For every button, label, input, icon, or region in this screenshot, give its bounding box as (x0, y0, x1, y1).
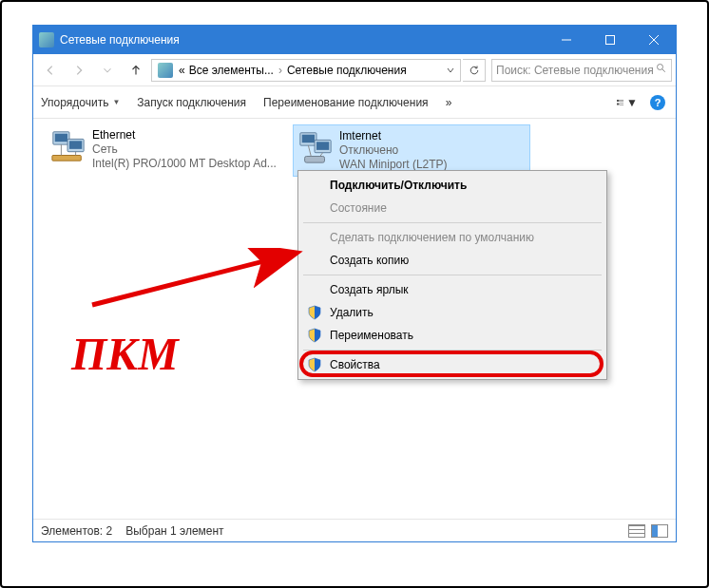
breadcrumb-seg1[interactable]: Все элементы... (187, 64, 276, 77)
annotation-label: ПКМ (71, 328, 179, 380)
recent-dropdown[interactable] (94, 59, 121, 82)
annotation-arrow (83, 248, 311, 314)
up-button[interactable] (123, 59, 149, 82)
status-bar: Элементов: 2 Выбран 1 элемент (33, 519, 676, 541)
connection-internet[interactable]: Imternet Отключено WAN Miniport (L2TP) (293, 124, 530, 177)
context-separator (303, 275, 602, 275)
refresh-button[interactable] (463, 59, 486, 82)
toolbar-organize[interactable]: Упорядочить▼ (41, 96, 120, 109)
connection-status: Отключено (339, 143, 448, 158)
toolbar: Упорядочить▼ Запуск подключения Переимен… (33, 86, 676, 119)
toolbar-rename-connection[interactable]: Переименование подключения (263, 96, 429, 109)
search-icon (656, 63, 667, 77)
search-input[interactable]: Поиск: Сетевые подключения (491, 59, 672, 82)
svg-rect-13 (55, 134, 67, 142)
shield-icon (307, 305, 322, 320)
connection-ethernet[interactable]: Ethernet Сеть Intel(R) PRO/1000 MT Deskt… (47, 124, 284, 175)
context-rename[interactable]: Переименовать (301, 324, 604, 347)
close-button[interactable] (632, 26, 676, 54)
forward-button[interactable] (66, 59, 92, 82)
toolbar-more[interactable]: » (446, 96, 452, 109)
context-shortcut[interactable]: Создать ярлык (301, 278, 604, 301)
context-state: Состояние (301, 197, 604, 219)
shield-icon (307, 328, 322, 343)
context-properties[interactable]: Свойства (301, 353, 604, 376)
nav-bar: « Все элементы... › Сетевые подключения … (33, 54, 676, 86)
connection-status: Сеть (92, 142, 277, 157)
help-icon: ? (650, 95, 665, 110)
app-icon (39, 32, 54, 47)
context-default: Сделать подключением по умолчанию (301, 226, 604, 249)
svg-rect-11 (620, 104, 623, 105)
svg-line-5 (662, 69, 665, 72)
svg-rect-16 (52, 156, 81, 161)
network-adapter-icon (50, 128, 86, 164)
context-delete[interactable]: Удалить (301, 301, 604, 324)
context-separator (303, 350, 602, 351)
connection-name: Imternet (339, 129, 448, 143)
context-connect[interactable]: Подключить/Отключить (301, 174, 604, 197)
svg-rect-7 (620, 99, 623, 100)
status-selected: Выбран 1 элемент (125, 524, 223, 538)
svg-rect-8 (620, 101, 623, 102)
svg-rect-10 (620, 103, 623, 104)
context-copy[interactable]: Создать копию (301, 249, 604, 272)
breadcrumb-prefix: « (177, 64, 187, 77)
breadcrumb-icon (158, 63, 173, 78)
svg-point-4 (658, 65, 663, 70)
connection-name: Ethernet (92, 128, 277, 142)
context-separator (303, 222, 602, 223)
minimize-button[interactable] (545, 26, 588, 54)
window-title: Сетевые подключения (60, 33, 545, 47)
breadcrumb-seg2[interactable]: Сетевые подключения (285, 64, 409, 77)
window-frame: Сетевые подключения « Все элементы... › … (32, 25, 677, 542)
help-button[interactable]: ? (647, 92, 668, 113)
context-menu: Подключить/Отключить Состояние Сделать п… (297, 170, 607, 380)
svg-line-25 (320, 153, 323, 157)
svg-rect-20 (302, 135, 315, 143)
search-placeholder: Поиск: Сетевые подключения (496, 64, 654, 77)
titlebar: Сетевые подключения (33, 26, 676, 54)
shield-icon (307, 357, 322, 372)
status-count: Элементов: 2 (41, 524, 112, 538)
svg-rect-6 (617, 99, 620, 101)
svg-line-24 (308, 145, 311, 156)
maximize-button[interactable] (588, 26, 632, 54)
chevron-right-icon: › (276, 64, 285, 77)
network-adapter-icon (297, 129, 334, 165)
svg-rect-9 (617, 103, 620, 104)
svg-line-26 (92, 254, 294, 305)
toolbar-start-connection[interactable]: Запуск подключения (137, 96, 246, 109)
svg-rect-22 (316, 142, 329, 150)
view-list-button[interactable] (628, 524, 645, 538)
svg-rect-23 (305, 157, 325, 163)
back-button[interactable] (37, 59, 64, 82)
breadcrumb[interactable]: « Все элементы... › Сетевые подключения (151, 59, 461, 82)
view-detail-button[interactable] (651, 524, 668, 538)
connection-device: Intel(R) PRO/1000 MT Desktop Ad... (92, 157, 277, 171)
svg-rect-15 (69, 141, 82, 149)
view-options-button[interactable]: ▼ (617, 92, 638, 113)
content-pane[interactable]: Ethernet Сеть Intel(R) PRO/1000 MT Deskt… (33, 119, 676, 519)
svg-rect-1 (606, 36, 615, 45)
breadcrumb-dropdown[interactable] (443, 64, 458, 77)
